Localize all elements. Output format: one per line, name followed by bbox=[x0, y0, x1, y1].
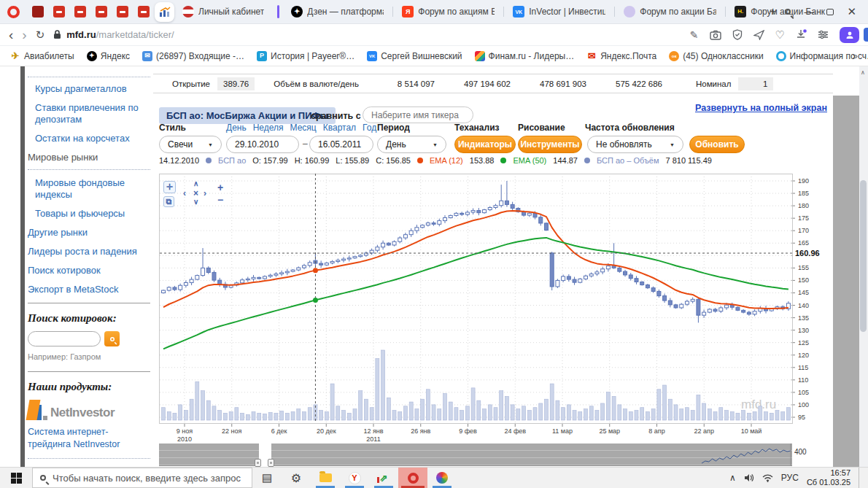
close-button[interactable]: ✕ bbox=[847, 5, 856, 18]
range-handle-left[interactable] bbox=[255, 459, 261, 467]
scroll-down-icon[interactable]: ∨ bbox=[193, 198, 198, 206]
tray-language[interactable]: РУС bbox=[781, 473, 799, 483]
range-link-Год[interactable]: Год bbox=[363, 123, 376, 133]
wifi-icon[interactable] bbox=[762, 474, 773, 482]
scrollbar-up-icon[interactable]: ∧ bbox=[861, 69, 865, 76]
ticker-tab[interactable]: БСП ао: МосБиржа Акции и ПИФы bbox=[159, 107, 336, 124]
pinned-tab-1[interactable] bbox=[49, 2, 69, 22]
sidebar-item-6[interactable]: Другие рынки bbox=[28, 227, 150, 239]
taskbar-search[interactable]: Чтобы начать поиск, введите здесь запрос bbox=[32, 468, 252, 488]
bookmark-4[interactable]: VKСергей Вишневский bbox=[367, 51, 462, 61]
sidebar-item-5[interactable]: Товары и фьючерсы bbox=[28, 208, 150, 220]
netinvestor-link[interactable]: Система интернет- трейдинга NetInvestor bbox=[28, 426, 150, 451]
tray-expand-icon[interactable]: ∧ bbox=[729, 473, 736, 483]
refresh-button[interactable]: Обновить bbox=[689, 136, 745, 153]
bookmark-6[interactable]: ✉Яндекс.Почта bbox=[586, 51, 656, 61]
start-button[interactable] bbox=[0, 468, 32, 488]
sidebar-item-9[interactable]: Экспорт в MetaStock bbox=[28, 284, 150, 295]
date-to-input[interactable]: 16.05.2011 bbox=[309, 136, 373, 153]
pinned-tab-0[interactable] bbox=[28, 2, 47, 22]
opera-taskbar-button[interactable] bbox=[398, 468, 427, 488]
sidebar-item-2[interactable]: Остатки на корсчетах bbox=[28, 133, 150, 144]
zoom-in-icon[interactable]: + bbox=[217, 182, 223, 193]
edit-icon[interactable]: ✎ bbox=[690, 29, 699, 41]
range-link-Квартал[interactable]: Квартал bbox=[323, 123, 356, 133]
tab-5[interactable]: Н.Форум акции Банк Са bbox=[728, 2, 834, 22]
tab-4[interactable]: Форум по акции Бан bbox=[617, 2, 723, 22]
bookmark-5[interactable]: Финам.ru - Лидеры… bbox=[475, 51, 575, 61]
scrollbar-thumb[interactable] bbox=[860, 180, 867, 332]
file-explorer-button[interactable] bbox=[311, 468, 340, 488]
pinned-tab-5[interactable] bbox=[133, 2, 153, 22]
scroll-left-icon[interactable]: ‹ bbox=[183, 189, 186, 198]
date-from-input[interactable]: 29.10.2010 bbox=[226, 136, 299, 153]
task-view-button[interactable]: ▤ bbox=[252, 468, 282, 488]
refresh-select[interactable]: Не обновлять▼ bbox=[587, 136, 683, 153]
sidebar-item-7[interactable]: Лидеры роста и падения bbox=[28, 246, 150, 257]
pinned-tab-4[interactable] bbox=[112, 2, 132, 22]
quote-search-input[interactable] bbox=[28, 331, 101, 346]
trading-app-button[interactable]: ⇗ bbox=[369, 468, 398, 488]
url-field[interactable]: mfd.ru/marketdata/ticker/ bbox=[53, 29, 174, 40]
profile-button[interactable] bbox=[840, 27, 859, 43]
bookmark-2[interactable]: ✉(26897) Входящие -… bbox=[142, 51, 244, 61]
bookmarks-overflow-button[interactable]: » bbox=[853, 50, 858, 61]
indicators-button[interactable]: Индикаторы bbox=[454, 136, 516, 153]
sidebar-item-0[interactable]: Курсы драгметаллов bbox=[28, 83, 150, 95]
show-desktop-button[interactable] bbox=[859, 468, 862, 488]
settings-app-button[interactable]: ⚙ bbox=[282, 468, 311, 488]
reset-view-icon[interactable]: × bbox=[193, 189, 198, 198]
style-select[interactable]: Свечи▼ bbox=[159, 136, 222, 153]
tab-0[interactable]: Личный кабинет bbox=[176, 2, 271, 22]
pinned-tab-2[interactable] bbox=[70, 2, 90, 22]
back-button[interactable]: ‹ bbox=[9, 28, 13, 42]
speaker-icon[interactable] bbox=[744, 473, 754, 482]
range-link-День[interactable]: День bbox=[226, 123, 247, 133]
range-link-Месяц[interactable]: Месяц bbox=[290, 123, 317, 133]
forward-button[interactable]: › bbox=[22, 28, 26, 42]
bookmark-0[interactable]: ✈Авиабилеты bbox=[10, 51, 74, 61]
sidebar-item-4[interactable]: Мировые фондовые индексы bbox=[28, 177, 150, 201]
range-handle-right[interactable] bbox=[268, 459, 274, 467]
sidebar-item-1[interactable]: Ставки привлечения по депозитам bbox=[28, 102, 150, 125]
ya-favicon-icon: Я bbox=[402, 6, 414, 18]
heart-icon[interactable]: ♡ bbox=[775, 28, 785, 42]
tab-label: Форум по акциям Ба bbox=[418, 7, 495, 17]
bookmark-7[interactable]: ок(45) Одноклассники bbox=[669, 51, 763, 61]
tray-clock[interactable]: 16:57 Сб 01.03.25 bbox=[807, 468, 850, 487]
send-icon[interactable] bbox=[753, 30, 764, 40]
quote-search-button[interactable] bbox=[104, 331, 120, 346]
bookmark-1[interactable]: ✦Яндекс bbox=[87, 51, 130, 61]
fullscreen-link[interactable]: Развернуть на полный экран bbox=[662, 103, 827, 113]
shield-check-icon[interactable] bbox=[732, 29, 743, 40]
zoom-out-icon[interactable]: − bbox=[217, 195, 223, 205]
reload-button[interactable]: ↻ bbox=[36, 28, 45, 42]
pinned-tab-3[interactable] bbox=[91, 2, 111, 22]
yandex-browser-button[interactable]: Y bbox=[340, 468, 369, 488]
sidebar-item-8[interactable]: Поиск котировок bbox=[28, 265, 150, 276]
tab-2[interactable]: ЯФорум по акциям Ба bbox=[395, 2, 501, 22]
range-link-Неделя[interactable]: Неделя bbox=[253, 123, 284, 133]
opera-logo-icon[interactable] bbox=[7, 6, 20, 18]
sidebar-toggle-pill[interactable] bbox=[864, 28, 868, 42]
zoom-box-icon[interactable]: ⧉ bbox=[163, 196, 174, 207]
tools-button[interactable]: Инструменты bbox=[518, 136, 582, 153]
download-icon[interactable] bbox=[796, 29, 807, 40]
svg-text:9 фев: 9 фев bbox=[459, 427, 477, 435]
paint-app-button[interactable] bbox=[427, 468, 457, 488]
active-tab-mfd[interactable] bbox=[155, 2, 174, 22]
bookmark-label: Яндекс.Почта bbox=[600, 51, 656, 61]
pan-tool-icon[interactable]: ✛ bbox=[163, 181, 176, 193]
settings-sliders-icon[interactable] bbox=[818, 30, 829, 39]
bookmark-3[interactable]: PИстория | Payeer®… bbox=[257, 51, 354, 61]
scroll-up-icon[interactable]: ∧ bbox=[193, 180, 198, 187]
page-scrollbar[interactable]: ∧ bbox=[859, 66, 868, 467]
scroll-right-icon[interactable]: › bbox=[204, 189, 206, 198]
snapshot-camera-icon[interactable] bbox=[710, 30, 721, 40]
tab-3[interactable]: VKInVector | Инвестици bbox=[506, 2, 612, 22]
range-selector-strip[interactable] bbox=[159, 444, 792, 466]
compare-ticker-input[interactable] bbox=[363, 106, 473, 123]
period-select[interactable]: День▼ bbox=[377, 136, 446, 153]
tab-1[interactable]: ✦Дзен — платформа д bbox=[284, 2, 390, 22]
candlestick-chart[interactable]: 1901851801751701651601551501451401351301… bbox=[159, 174, 824, 445]
